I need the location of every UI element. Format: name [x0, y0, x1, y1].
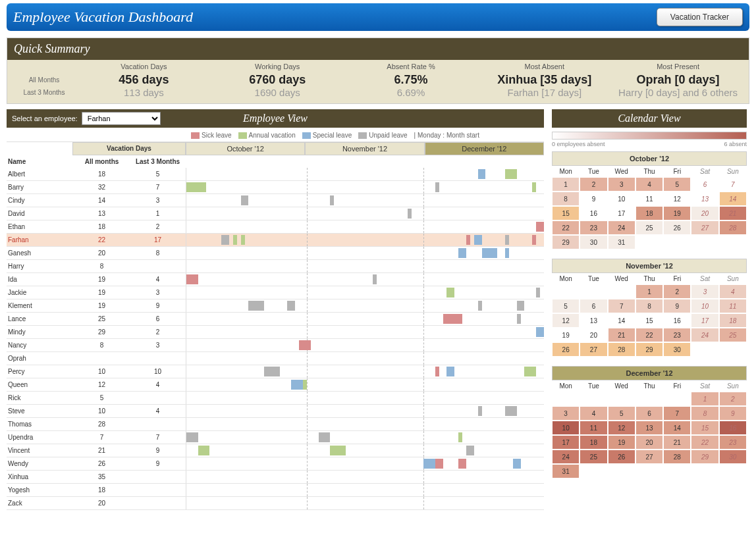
calendar-day[interactable]: 20: [580, 328, 607, 342]
employee-row[interactable]: Zack 20: [7, 497, 544, 510]
calendar-day[interactable]: 29: [552, 235, 580, 249]
calendar-day[interactable]: 21: [608, 328, 635, 342]
calendar-day[interactable]: 25: [719, 328, 747, 342]
calendar-day[interactable]: 22: [552, 220, 580, 235]
calendar-day[interactable]: 13: [691, 192, 718, 206]
calendar-day[interactable]: 16: [663, 313, 691, 328]
calendar-day[interactable]: 30: [580, 235, 607, 249]
calendar-day[interactable]: 10: [691, 299, 718, 313]
calendar-day[interactable]: 23: [580, 220, 607, 235]
calendar-day[interactable]: 30: [663, 342, 691, 357]
calendar-day[interactable]: 2: [580, 177, 607, 192]
calendar-day[interactable]: 12: [608, 421, 635, 435]
employee-row[interactable]: Xinhua 35: [7, 471, 544, 484]
calendar-day[interactable]: 25: [635, 220, 663, 235]
employee-row[interactable]: Farhan 22 17: [7, 234, 544, 247]
calendar-day[interactable]: 19: [608, 435, 635, 450]
employee-row[interactable]: Barry 32 7: [7, 181, 544, 194]
employee-row[interactable]: Ethan 18 2: [7, 220, 544, 234]
calendar-day[interactable]: 4: [719, 284, 747, 299]
calendar-day[interactable]: 30: [719, 450, 747, 464]
calendar-day[interactable]: 19: [552, 328, 580, 342]
calendar-day[interactable]: 14: [608, 313, 635, 328]
calendar-day[interactable]: 20: [691, 206, 718, 220]
calendar-day[interactable]: 26: [608, 450, 635, 464]
calendar-day[interactable]: 6: [580, 299, 607, 313]
calendar-day[interactable]: 14: [719, 192, 747, 206]
calendar-day[interactable]: 16: [719, 421, 747, 435]
calendar-day[interactable]: 1: [552, 177, 580, 192]
calendar-day[interactable]: 9: [663, 299, 691, 313]
calendar-day[interactable]: 4: [580, 406, 607, 421]
calendar-day[interactable]: 15: [552, 206, 580, 220]
calendar-day[interactable]: 24: [552, 450, 580, 464]
vacation-tracker-button[interactable]: Vacation Tracker: [657, 8, 743, 26]
calendar-day[interactable]: 31: [608, 235, 635, 249]
employee-row[interactable]: Nancy 8 3: [7, 339, 544, 352]
calendar-day[interactable]: 9: [719, 406, 747, 421]
calendar-day[interactable]: 17: [691, 313, 718, 328]
calendar-day[interactable]: 18: [580, 435, 607, 450]
calendar-day[interactable]: 27: [635, 450, 663, 464]
calendar-day[interactable]: 5: [663, 177, 691, 192]
calendar-day[interactable]: 15: [691, 421, 718, 435]
employee-row[interactable]: Ganesh 20 8: [7, 247, 544, 260]
calendar-day[interactable]: 5: [552, 299, 580, 313]
employee-row[interactable]: Thomas 28: [7, 418, 544, 431]
calendar-day[interactable]: 2: [719, 392, 747, 406]
calendar-day[interactable]: 3: [608, 177, 635, 192]
calendar-day[interactable]: 10: [552, 421, 580, 435]
calendar-day[interactable]: 22: [691, 435, 718, 450]
employee-row[interactable]: Albert 18 5: [7, 168, 544, 181]
calendar-day[interactable]: 9: [580, 192, 607, 206]
employee-row[interactable]: Lance 25 6: [7, 313, 544, 326]
calendar-day[interactable]: 1: [691, 392, 718, 406]
calendar-day[interactable]: 21: [719, 206, 747, 220]
calendar-day[interactable]: 17: [552, 435, 580, 450]
calendar-day[interactable]: 11: [719, 299, 747, 313]
employee-row[interactable]: Klement 19 9: [7, 299, 544, 313]
employee-row[interactable]: Vincent 21 9: [7, 444, 544, 457]
calendar-day[interactable]: 23: [719, 435, 747, 450]
calendar-day[interactable]: 16: [580, 206, 607, 220]
employee-row[interactable]: Mindy 29 2: [7, 326, 544, 339]
calendar-day[interactable]: 31: [552, 464, 580, 478]
calendar-day[interactable]: 10: [608, 192, 635, 206]
calendar-day[interactable]: 14: [663, 421, 691, 435]
calendar-day[interactable]: 1: [635, 284, 663, 299]
calendar-day[interactable]: 2: [663, 284, 691, 299]
calendar-day[interactable]: 29: [691, 450, 718, 464]
employee-row[interactable]: Ida 19 4: [7, 273, 544, 286]
calendar-day[interactable]: 4: [635, 177, 663, 192]
calendar-day[interactable]: 21: [663, 435, 691, 450]
calendar-day[interactable]: 18: [719, 313, 747, 328]
employee-row[interactable]: Cindy 14 3: [7, 194, 544, 207]
calendar-day[interactable]: 6: [635, 406, 663, 421]
employee-row[interactable]: Rick 5: [7, 392, 544, 405]
calendar-day[interactable]: 13: [580, 313, 607, 328]
employee-row[interactable]: Oprah: [7, 352, 544, 365]
calendar-day[interactable]: 12: [663, 192, 691, 206]
employee-row[interactable]: Yogesh 18: [7, 484, 544, 497]
employee-row[interactable]: Harry 8: [7, 260, 544, 273]
calendar-day[interactable]: 13: [635, 421, 663, 435]
calendar-day[interactable]: 24: [608, 220, 635, 235]
employee-row[interactable]: Percy 10 10: [7, 365, 544, 378]
calendar-day[interactable]: 11: [635, 192, 663, 206]
calendar-day[interactable]: 27: [580, 342, 607, 357]
calendar-day[interactable]: 3: [552, 406, 580, 421]
calendar-day[interactable]: 23: [663, 328, 691, 342]
calendar-day[interactable]: 12: [552, 313, 580, 328]
employee-row[interactable]: Jackie 19 3: [7, 286, 544, 299]
calendar-day[interactable]: 17: [608, 206, 635, 220]
calendar-day[interactable]: 28: [663, 450, 691, 464]
calendar-day[interactable]: 26: [663, 220, 691, 235]
employee-row[interactable]: Queen 12 4: [7, 378, 544, 392]
calendar-day[interactable]: 7: [719, 177, 747, 192]
employee-select[interactable]: AlbertBarryCindyDavidEthanFarhanGaneshHa…: [82, 112, 161, 125]
calendar-day[interactable]: 11: [580, 421, 607, 435]
employee-row[interactable]: Steve 10 4: [7, 405, 544, 418]
calendar-day[interactable]: 24: [691, 328, 718, 342]
calendar-day[interactable]: 8: [635, 299, 663, 313]
calendar-day[interactable]: 8: [691, 406, 718, 421]
